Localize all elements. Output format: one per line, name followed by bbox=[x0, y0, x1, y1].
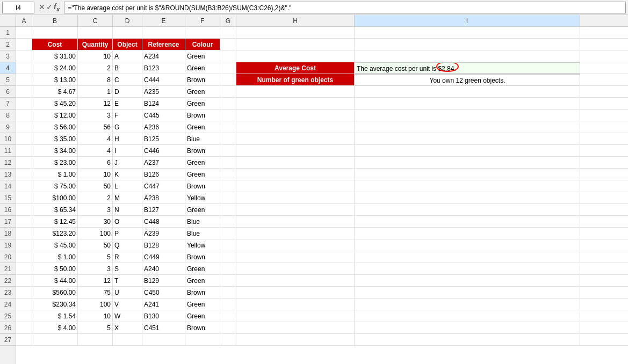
cell-G9[interactable] bbox=[220, 121, 236, 133]
cell-G1[interactable] bbox=[220, 27, 236, 38]
cell-E22[interactable]: B129 bbox=[142, 275, 185, 286]
cell-G11[interactable] bbox=[220, 145, 236, 156]
cell-C14[interactable]: 50 bbox=[78, 180, 113, 192]
cell-F12[interactable]: Green bbox=[185, 157, 220, 168]
cell-A18[interactable] bbox=[16, 228, 32, 239]
cell-H24[interactable] bbox=[236, 299, 355, 310]
cell-F17[interactable]: Blue bbox=[185, 216, 220, 227]
cell-H15[interactable] bbox=[236, 192, 355, 203]
cell-E18[interactable]: A239 bbox=[142, 228, 185, 239]
cell-C25[interactable]: 10 bbox=[78, 310, 113, 322]
cell-G18[interactable] bbox=[220, 228, 236, 239]
cell-D21[interactable]: S bbox=[113, 263, 142, 274]
cell-E11[interactable]: C446 bbox=[142, 145, 185, 156]
cell-B24[interactable]: $230.34 bbox=[32, 299, 78, 310]
cell-H20[interactable] bbox=[236, 251, 355, 263]
cell-C11[interactable]: 4 bbox=[78, 145, 113, 156]
cell-F7[interactable]: Green bbox=[185, 98, 220, 109]
cell-I24[interactable] bbox=[355, 299, 580, 310]
cell-E5[interactable]: C444 bbox=[142, 74, 185, 85]
cell-C24[interactable]: 100 bbox=[78, 299, 113, 310]
cell-F3[interactable]: Green bbox=[185, 50, 220, 62]
cell-C5[interactable]: 8 bbox=[78, 74, 113, 85]
cell-A27[interactable] bbox=[16, 334, 32, 345]
cell-G25[interactable] bbox=[220, 310, 236, 322]
cell-F1[interactable] bbox=[185, 27, 220, 38]
cell-H17[interactable] bbox=[236, 216, 355, 227]
cell-E10[interactable]: B125 bbox=[142, 133, 185, 144]
cell-B25[interactable]: $ 1.54 bbox=[32, 310, 78, 322]
cell-D15[interactable]: M bbox=[113, 192, 142, 203]
cell-D5[interactable]: C bbox=[113, 74, 142, 85]
function-icon[interactable]: fx bbox=[54, 2, 60, 12]
cell-C15[interactable]: 2 bbox=[78, 192, 113, 203]
cell-C4[interactable]: 2 bbox=[78, 62, 113, 74]
cell-H10[interactable] bbox=[236, 133, 355, 144]
cell-F20[interactable]: Brown bbox=[185, 251, 220, 263]
cell-D23[interactable]: U bbox=[113, 287, 142, 298]
cell-E2[interactable]: Reference bbox=[142, 39, 185, 50]
cell-B21[interactable]: $ 50.00 bbox=[32, 263, 78, 274]
cell-G17[interactable] bbox=[220, 216, 236, 227]
cell-A23[interactable] bbox=[16, 287, 32, 298]
cell-A15[interactable] bbox=[16, 192, 32, 203]
cell-B18[interactable]: $123.20 bbox=[32, 228, 78, 239]
cell-B23[interactable]: $560.00 bbox=[32, 287, 78, 298]
cell-H11[interactable] bbox=[236, 145, 355, 156]
cell-B22[interactable]: $ 44.00 bbox=[32, 275, 78, 286]
cell-B8[interactable]: $ 12.00 bbox=[32, 110, 78, 121]
cell-A8[interactable] bbox=[16, 110, 32, 121]
col-header-H[interactable]: H bbox=[236, 15, 355, 26]
cell-E19[interactable]: B128 bbox=[142, 239, 185, 251]
cell-E20[interactable]: C449 bbox=[142, 251, 185, 263]
cell-D26[interactable]: X bbox=[113, 322, 142, 333]
cell-F10[interactable]: Blue bbox=[185, 133, 220, 144]
cell-A20[interactable] bbox=[16, 251, 32, 263]
cell-D18[interactable]: P bbox=[113, 228, 142, 239]
cell-D6[interactable]: D bbox=[113, 86, 142, 97]
cell-I4[interactable]: The average cost per unit is $2.84. bbox=[355, 62, 580, 74]
cell-D1[interactable] bbox=[113, 27, 142, 38]
cell-A24[interactable] bbox=[16, 299, 32, 310]
cell-A22[interactable] bbox=[16, 275, 32, 286]
cell-D10[interactable]: H bbox=[113, 133, 142, 144]
cell-H27[interactable] bbox=[236, 334, 355, 345]
cell-I20[interactable] bbox=[355, 251, 580, 263]
cell-G7[interactable] bbox=[220, 98, 236, 109]
cell-E6[interactable]: A235 bbox=[142, 86, 185, 97]
cell-G5[interactable] bbox=[220, 74, 236, 85]
cell-H13[interactable] bbox=[236, 169, 355, 180]
cell-D2[interactable]: Object bbox=[113, 39, 142, 50]
cell-C16[interactable]: 3 bbox=[78, 204, 113, 215]
cell-D19[interactable]: Q bbox=[113, 239, 142, 251]
cell-C3[interactable]: 10 bbox=[78, 50, 113, 62]
cell-G10[interactable] bbox=[220, 133, 236, 144]
cell-C21[interactable]: 3 bbox=[78, 263, 113, 274]
cell-E27[interactable] bbox=[142, 334, 185, 345]
col-header-E[interactable]: E bbox=[142, 15, 185, 26]
cell-E21[interactable]: A240 bbox=[142, 263, 185, 274]
cell-I12[interactable] bbox=[355, 157, 580, 168]
cell-E3[interactable]: A234 bbox=[142, 50, 185, 62]
cell-I21[interactable] bbox=[355, 263, 580, 274]
cell-I10[interactable] bbox=[355, 133, 580, 144]
cell-D3[interactable]: A bbox=[113, 50, 142, 62]
cell-E8[interactable]: C445 bbox=[142, 110, 185, 121]
cell-I1[interactable] bbox=[355, 27, 580, 38]
cell-C18[interactable]: 100 bbox=[78, 228, 113, 239]
cell-I2[interactable] bbox=[355, 39, 580, 50]
cell-E1[interactable] bbox=[142, 27, 185, 38]
cell-C26[interactable]: 5 bbox=[78, 322, 113, 333]
cell-B7[interactable]: $ 45.20 bbox=[32, 98, 78, 109]
cell-C19[interactable]: 50 bbox=[78, 239, 113, 251]
cell-D20[interactable]: R bbox=[113, 251, 142, 263]
cell-G3[interactable] bbox=[220, 50, 236, 62]
cell-A13[interactable] bbox=[16, 169, 32, 180]
cell-C7[interactable]: 12 bbox=[78, 98, 113, 109]
cell-F15[interactable]: Yellow bbox=[185, 192, 220, 203]
cell-I15[interactable] bbox=[355, 192, 580, 203]
cell-F22[interactable]: Green bbox=[185, 275, 220, 286]
cell-I9[interactable] bbox=[355, 121, 580, 133]
cell-B17[interactable]: $ 12.45 bbox=[32, 216, 78, 227]
cell-G13[interactable] bbox=[220, 169, 236, 180]
